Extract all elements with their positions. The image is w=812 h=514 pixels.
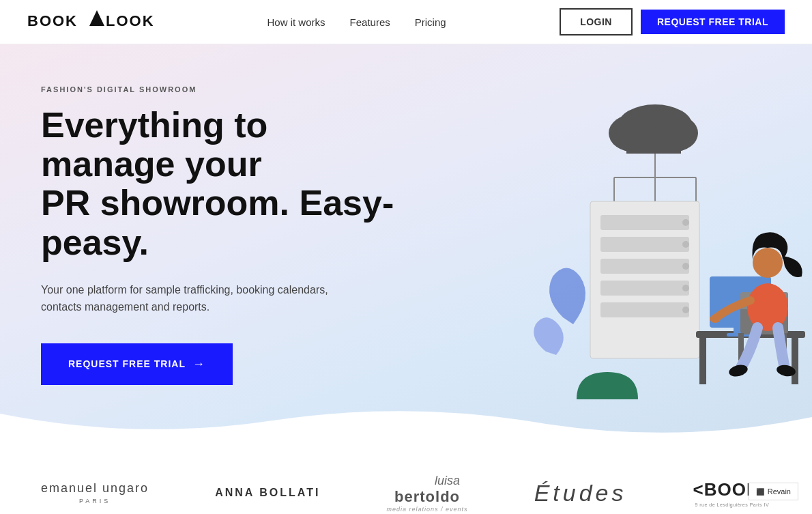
revain-icon: ⬛	[756, 488, 764, 496]
svg-rect-15	[600, 259, 689, 274]
nav-trial-button[interactable]: REQUEST FREE TRIAL	[641, 10, 785, 34]
svg-text:BOOK: BOOK	[27, 12, 78, 29]
nav-link-features[interactable]: Features	[350, 16, 390, 28]
boon-sub: 9 rue de Lesdiguières Paris IV	[695, 502, 769, 507]
logo-anna-bollati: ANNA BOLLATI	[215, 487, 320, 499]
svg-point-18	[682, 219, 689, 226]
revain-label: Revain	[768, 487, 791, 496]
svg-point-19	[682, 241, 689, 248]
logo-luisa-bertoldo: luisa bertoldo media relations / events	[387, 474, 468, 513]
ungaro-sub: PARIS	[79, 498, 111, 504]
bertoldo-text: bertoldo	[394, 488, 460, 506]
logo-ungaro: emanuel ungaro PARIS	[41, 481, 149, 504]
svg-point-33	[753, 248, 783, 278]
svg-marker-1	[89, 10, 104, 26]
svg-rect-24	[792, 337, 798, 384]
svg-rect-17	[600, 302, 689, 317]
svg-rect-25	[699, 337, 706, 384]
svg-point-20	[682, 263, 689, 270]
anna-main: ANNA BOLLATI	[215, 487, 320, 499]
arrow-icon: →	[192, 357, 205, 371]
bertoldo-sub: media relations / events	[387, 506, 468, 513]
svg-point-35	[710, 315, 721, 323]
nav-links: How it works Features Pricing	[267, 16, 446, 28]
svg-rect-6	[626, 140, 681, 154]
login-button[interactable]: LOGIN	[560, 8, 633, 35]
hero-section: FASHION'S DIGITAL SHOWROOM Everything to…	[0, 44, 812, 440]
etudes-main: Études	[534, 480, 627, 506]
navbar: BOOK LOOK How it works Features Pricing …	[0, 0, 812, 44]
svg-point-34	[747, 283, 788, 331]
nav-actions: LOGIN REQUEST FREE TRIAL	[560, 8, 785, 35]
hero-content: FASHION'S DIGITAL SHOWROOM Everything to…	[0, 85, 409, 385]
hero-title-line2: PR showroom. Easy-peasy.	[41, 183, 394, 261]
hero-trial-label: REQUEST FREE TRIAL	[68, 358, 186, 369]
svg-rect-16	[600, 281, 689, 296]
nav-link-pricing[interactable]: Pricing	[415, 16, 446, 28]
revain-badge: ⬛ Revain	[749, 483, 798, 500]
svg-text:LOOK: LOOK	[106, 12, 154, 29]
svg-rect-13	[600, 215, 689, 230]
hero-subtitle: Your one platform for sample trafficking…	[41, 281, 368, 316]
logo-etudes: Études	[534, 480, 627, 506]
svg-point-21	[682, 285, 689, 291]
hero-illustration	[457, 65, 812, 420]
hero-title: Everything to manage your PR showroom. E…	[41, 106, 409, 262]
hero-title-line1: Everything to manage your	[41, 105, 267, 184]
logos-section: emanuel ungaro PARIS ANNA BOLLATI luisa …	[0, 440, 812, 514]
ungaro-main: emanuel ungaro	[41, 481, 149, 496]
hero-wave	[0, 386, 812, 440]
nav-link-how-it-works[interactable]: How it works	[267, 16, 325, 28]
svg-rect-14	[600, 237, 689, 252]
svg-point-22	[682, 306, 689, 313]
logo[interactable]: BOOK LOOK	[27, 8, 154, 36]
luisa-text: luisa	[435, 474, 460, 488]
hero-tagline: FASHION'S DIGITAL SHOWROOM	[41, 85, 409, 94]
hero-trial-button[interactable]: REQUEST FREE TRIAL →	[41, 343, 233, 385]
